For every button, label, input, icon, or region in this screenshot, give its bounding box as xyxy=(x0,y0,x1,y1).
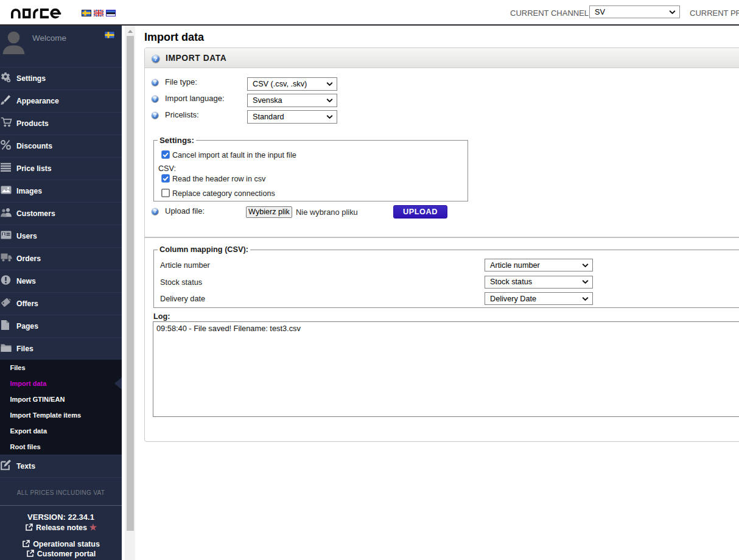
svg-text:?: ? xyxy=(153,96,156,102)
svg-text:?: ? xyxy=(153,208,156,214)
svg-text:?: ? xyxy=(153,55,157,61)
svg-text:?: ? xyxy=(153,79,156,85)
svg-text:?: ? xyxy=(153,112,156,118)
